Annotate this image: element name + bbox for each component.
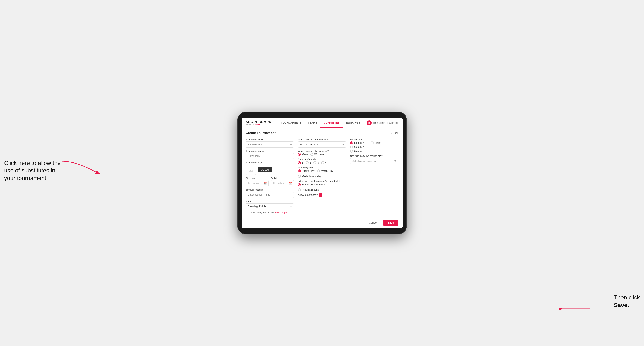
form-grid: Tournament Host Search team Tournament n…: [246, 138, 398, 214]
start-date-input[interactable]: Pick a date 📅: [246, 180, 269, 186]
division-group: Which division is the event for? NCAA Di…: [298, 138, 346, 148]
stroke-play[interactable]: Stroke Play: [298, 170, 314, 173]
format-6count4[interactable]: 6 count 4: [350, 146, 398, 149]
medal-match-play[interactable]: Medal Match Play: [298, 175, 322, 178]
save-button[interactable]: Save: [383, 220, 398, 226]
venue-hint: Can't find your venue? email support: [246, 211, 294, 214]
arrow-left-annotation: [60, 159, 101, 176]
format-type-options: 5 count 4 Other 6 count 4: [350, 142, 398, 153]
gender-label: Which gender is the event for?: [298, 150, 346, 152]
tournament-name-group: Tournament name: [246, 150, 294, 159]
upload-button[interactable]: Upload: [258, 167, 272, 173]
round-3[interactable]: 3: [314, 161, 319, 164]
sponsor-label: Sponsor (optional): [246, 188, 294, 191]
tournament-logo-group: Tournament logo Upload: [246, 161, 294, 175]
format-6count4-dot: [350, 146, 353, 149]
format-6count5-dot: [350, 150, 353, 153]
allow-substitutes-option[interactable]: Allow substitutes?: [298, 193, 346, 197]
date-row: Start date Pick a date 📅 End date Pick a…: [246, 177, 294, 186]
format-other[interactable]: Other: [371, 142, 381, 144]
sign-out-link[interactable]: Sign out: [389, 122, 398, 124]
tournament-host-label: Tournament Host: [246, 138, 294, 141]
division-label: Which division is the event for?: [298, 138, 346, 141]
division-select[interactable]: NCAA Division I: [298, 142, 346, 148]
nav-tournaments[interactable]: TOURNAMENTS: [278, 118, 305, 128]
individuals-only[interactable]: Individuals Only: [298, 188, 320, 191]
tablet-frame: SCOREBOARD Powered by clippd TOURNAMENTS…: [238, 112, 407, 234]
tablet-screen: SCOREBOARD Powered by clippd TOURNAMENTS…: [242, 118, 403, 228]
venue-select[interactable]: Search golf club: [246, 203, 294, 209]
nav-committee[interactable]: COMMITTEE: [320, 118, 343, 128]
logo-scoreboard: SCOREBOARD: [246, 120, 272, 124]
format-5count4-dot: [350, 142, 353, 144]
rounds-label: Number of rounds: [298, 158, 346, 161]
start-date-group: Start date Pick a date 📅: [246, 177, 269, 186]
teams-individuals-radio-group: Teams (+Individuals) Individuals Only: [298, 183, 346, 191]
round-1[interactable]: 1: [298, 161, 303, 164]
gender-mens[interactable]: Mens: [298, 153, 308, 156]
medal-match-play-dot: [298, 175, 301, 178]
logo: SCOREBOARD Powered by clippd: [246, 120, 272, 125]
round-3-dot: [314, 161, 316, 164]
round-4[interactable]: 4: [321, 161, 327, 164]
teams-plus-individuals-dot: [298, 183, 301, 186]
scoring-api-label: Use third-party live scoring API?: [350, 155, 398, 157]
nav-user: B blair admin | Sign out: [367, 120, 398, 125]
match-play[interactable]: Match Play: [317, 170, 333, 173]
end-date-label: End date: [271, 177, 294, 179]
format-6count5[interactable]: 6 count 5: [350, 150, 398, 153]
gender-womens[interactable]: Womens: [310, 153, 324, 156]
format-5count4[interactable]: 5 count 4: [350, 142, 364, 144]
rounds-radio-group: 1 2 3 4: [298, 161, 346, 164]
individuals-only-dot: [298, 188, 301, 191]
avatar: B: [367, 120, 372, 125]
tournament-name-input[interactable]: [246, 153, 294, 159]
form-section-right: Format type 5 count 4 Other: [350, 138, 398, 214]
calendar-icon-start: 📅: [264, 182, 267, 185]
match-play-dot: [317, 170, 320, 173]
venue-label: Venue: [246, 200, 294, 202]
calendar-icon-end: 📅: [289, 182, 292, 185]
teams-individuals-group: Is this event for Teams and/or Individua…: [298, 180, 346, 191]
rounds-group: Number of rounds 1 2: [298, 158, 346, 164]
logo-powered: Powered by clippd: [246, 124, 272, 125]
gender-womens-dot: [310, 153, 313, 156]
scoring-system-radio-group: Stroke Play Match Play Medal Match Play: [298, 170, 346, 178]
arrow-right-annotation: [559, 304, 592, 314]
back-button[interactable]: ‹ Back: [391, 132, 398, 135]
annotation-left: Click here to allow the use of substitut…: [4, 159, 62, 182]
tournament-host-select[interactable]: Search team: [246, 142, 294, 148]
stroke-play-dot: [298, 170, 301, 173]
round-2[interactable]: 2: [306, 161, 311, 164]
round-2-dot: [306, 161, 309, 164]
teams-plus-individuals[interactable]: Teams (+Individuals): [298, 183, 324, 186]
scoring-api-select[interactable]: Select a scoring service: [350, 158, 398, 164]
sponsor-group: Sponsor (optional): [246, 188, 294, 198]
allow-substitutes-checkbox[interactable]: [319, 193, 322, 197]
cancel-button[interactable]: Cancel: [365, 220, 381, 226]
page-title: Create Tournament: [246, 131, 276, 135]
scoring-api-group: Use third-party live scoring API? Select…: [350, 155, 398, 164]
format-other-dot: [371, 142, 374, 144]
end-date-group: End date Pick a date 📅: [271, 177, 294, 186]
sponsor-input[interactable]: [246, 192, 294, 198]
form-footer: Cancel Save: [242, 217, 403, 228]
teams-individuals-label: Is this event for Teams and/or Individua…: [298, 180, 346, 182]
tournament-logo-label: Tournament logo: [246, 161, 294, 164]
tournament-host-group: Tournament Host Search team: [246, 138, 294, 148]
start-date-label: Start date: [246, 177, 269, 179]
gender-mens-dot: [298, 153, 301, 156]
annotation-right: Then click Save.: [614, 294, 640, 309]
main-nav: SCOREBOARD Powered by clippd TOURNAMENTS…: [242, 118, 403, 128]
round-4-dot: [321, 161, 324, 164]
nav-rankings[interactable]: RANKINGS: [343, 118, 364, 128]
nav-teams[interactable]: TEAMS: [305, 118, 321, 128]
svg-point-3: [250, 169, 250, 170]
form-section-left: Tournament Host Search team Tournament n…: [246, 138, 294, 214]
svg-rect-2: [249, 168, 253, 171]
email-support-link[interactable]: email support: [274, 211, 288, 214]
format-type-group: Format type 5 count 4 Other: [350, 138, 398, 153]
end-date-input[interactable]: Pick a date 📅: [271, 180, 294, 186]
scoring-system-group: Scoring system Stroke Play Match Play: [298, 166, 346, 178]
form-section-middle: Which division is the event for? NCAA Di…: [298, 138, 346, 214]
